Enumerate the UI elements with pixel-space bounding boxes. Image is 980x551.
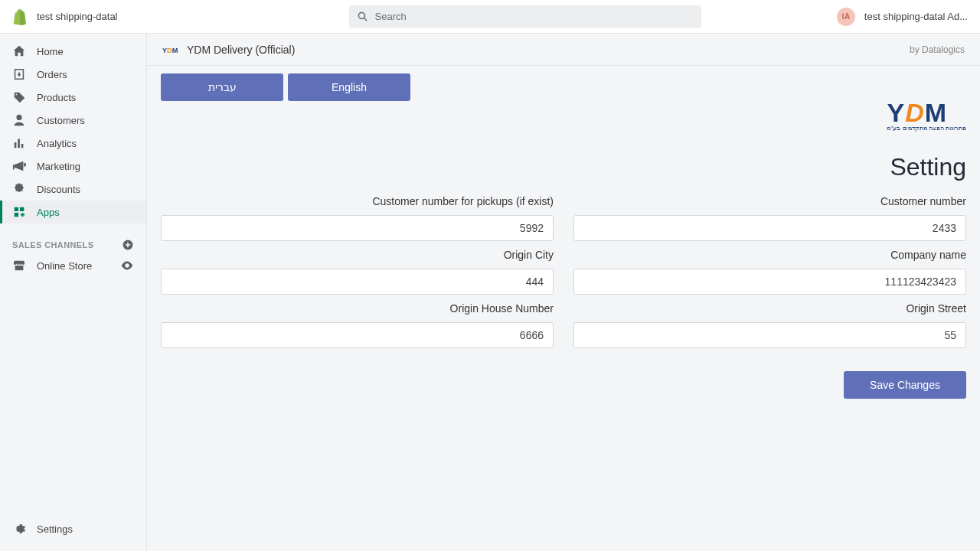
products-icon (12, 90, 26, 104)
shopify-logo-icon (12, 8, 28, 25)
search-placeholder: Search (375, 11, 407, 22)
sidebar-item-label: Home (37, 46, 64, 57)
app-header: YDM YDM Delivery (Official) by Datalogic… (147, 34, 980, 66)
channel-online-store[interactable]: Online Store (0, 254, 146, 277)
search-input[interactable]: Search (349, 5, 701, 28)
input-customer-number[interactable] (573, 215, 966, 241)
discounts-icon (12, 182, 26, 196)
input-company-name[interactable] (573, 269, 966, 295)
apps-icon (12, 205, 26, 219)
ydm-logo: YDM פתרונות הפצה מתקדמים בע"מ (887, 98, 966, 132)
home-icon (12, 44, 26, 58)
save-button[interactable]: Save Changes (844, 371, 966, 399)
label-origin-house: Origin House Number (161, 298, 554, 319)
label-company-name: Company name (573, 244, 966, 266)
ydm-app-icon: YDM (162, 44, 179, 56)
sidebar-item-analytics[interactable]: Analytics (0, 132, 146, 155)
label-origin-street: Origin Street (573, 298, 966, 319)
sidebar-item-marketing[interactable]: Marketing (0, 155, 146, 178)
sidebar-item-label: Marketing (37, 161, 80, 172)
topbar: test shipping-datal Search tA test shipp… (0, 0, 980, 34)
sidebar-item-label: Products (37, 92, 76, 103)
label-origin-city: Origin City (161, 244, 554, 266)
store-icon (12, 259, 26, 272)
sidebar-settings[interactable]: Settings (0, 514, 146, 551)
label-customer-pickups: Customer number for pickups (if exist) (161, 191, 554, 212)
channel-label: Online Store (37, 260, 92, 272)
page-title: Setting (161, 153, 966, 181)
app-author: by Datalogics (910, 44, 965, 55)
marketing-icon (12, 159, 26, 173)
settings-label: Settings (37, 523, 73, 535)
orders-icon (12, 67, 26, 81)
app-title: YDM Delivery (Official) (187, 44, 295, 56)
customers-icon (12, 113, 26, 127)
avatar[interactable]: tA (837, 8, 855, 26)
sidebar-item-label: Apps (37, 207, 60, 218)
sidebar-item-home[interactable]: Home (0, 40, 146, 63)
sidebar-item-customers[interactable]: Customers (0, 109, 146, 132)
label-customer-number: Customer number (573, 191, 966, 212)
input-customer-pickups[interactable] (161, 215, 554, 241)
sidebar-item-label: Discounts (37, 184, 80, 195)
sidebar-item-label: Customers (37, 115, 85, 126)
header-row: עברית English YDM פתרונות הפצה מתקדמים ב… (161, 73, 966, 132)
sidebar-item-label: Orders (37, 69, 67, 80)
sidebar-item-discounts[interactable]: Discounts (0, 178, 146, 201)
user-name-label: test shipping-datal Ad... (864, 11, 968, 22)
lang-hebrew-button[interactable]: עברית (161, 73, 283, 101)
lang-english-button[interactable]: English (288, 73, 410, 101)
view-icon[interactable] (120, 259, 134, 272)
gear-icon (12, 522, 26, 536)
sales-channels-heading: SALES CHANNELS (0, 230, 146, 254)
analytics-icon (12, 136, 26, 150)
svg-text:YDM: YDM (162, 46, 178, 54)
sidebar-item-apps[interactable]: Apps (0, 201, 146, 223)
shop-name: test shipping-datal (37, 11, 118, 22)
input-origin-house[interactable] (161, 322, 554, 348)
search-icon (357, 11, 369, 23)
sidebar: Home Orders Products Customers Analytics… (0, 34, 147, 551)
add-channel-icon[interactable] (122, 239, 134, 251)
input-origin-city[interactable] (161, 269, 554, 295)
sidebar-item-products[interactable]: Products (0, 86, 146, 109)
sidebar-item-label: Analytics (37, 138, 77, 149)
main-content: YDM YDM Delivery (Official) by Datalogic… (147, 34, 980, 551)
sidebar-item-orders[interactable]: Orders (0, 63, 146, 86)
input-origin-street[interactable] (573, 322, 966, 348)
